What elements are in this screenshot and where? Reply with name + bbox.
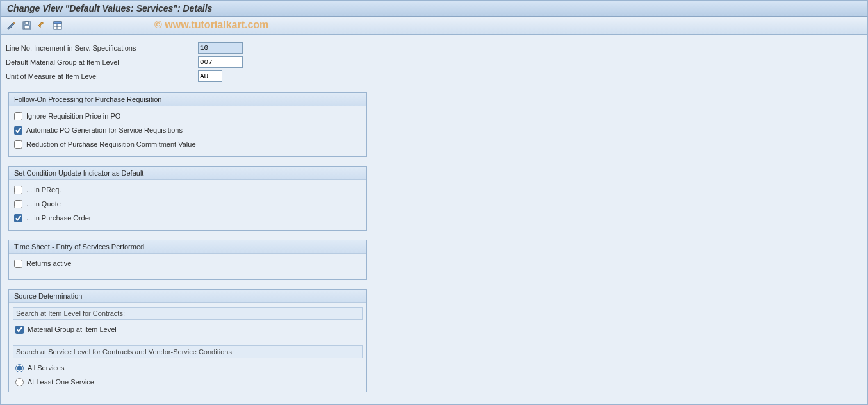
label-auto-po: Automatic PO Generation for Service Requ… bbox=[26, 126, 183, 134]
back-icon[interactable] bbox=[37, 20, 48, 31]
window-title-bar: Change View "Default Values: Services": … bbox=[0, 0, 868, 17]
checkbox-in-quote[interactable] bbox=[14, 200, 22, 208]
save-icon[interactable] bbox=[21, 20, 33, 31]
chk-row-matgroup-item: Material Group at Item Level bbox=[15, 322, 360, 336]
svg-rect-5 bbox=[54, 22, 61, 24]
checkbox-in-po[interactable] bbox=[14, 214, 22, 222]
group-title-time-sheet: Time Sheet - Entry of Services Performed bbox=[9, 240, 366, 254]
label-at-least-one: At Least One Service bbox=[28, 378, 94, 386]
input-uom[interactable] bbox=[198, 70, 222, 82]
label-in-preq: ... in PReq. bbox=[26, 186, 61, 194]
chk-row-ignore-price: Ignore Requisition Price in PO bbox=[14, 109, 361, 123]
chk-row-in-preq: ... in PReq. bbox=[14, 183, 361, 197]
label-reduce-commitment: Reduction of Purchase Requisition Commit… bbox=[26, 140, 196, 148]
group-title-follow-on: Follow-On Processing for Purchase Requis… bbox=[9, 93, 366, 106]
field-row-uom: Unit of Measure at Item Level bbox=[1, 69, 867, 83]
chk-row-in-quote: ... in Quote bbox=[14, 197, 361, 211]
svg-rect-3 bbox=[28, 22, 29, 24]
radio-row-at-least-one: At Least One Service bbox=[15, 375, 360, 389]
checkbox-ignore-req-price[interactable] bbox=[14, 112, 22, 120]
subheader-item-level: Search at Item Level for Contracts: bbox=[13, 307, 363, 320]
label-ignore-req-price: Ignore Requisition Price in PO bbox=[26, 112, 120, 120]
chk-row-auto-po: Automatic PO Generation for Service Requ… bbox=[14, 123, 361, 137]
work-area: Line No. Increment in Serv. Specificatio… bbox=[0, 35, 868, 405]
checkbox-in-preq[interactable] bbox=[14, 186, 22, 194]
input-line-no[interactable] bbox=[198, 42, 243, 54]
label-line-no: Line No. Increment in Serv. Specificatio… bbox=[6, 44, 198, 52]
radio-all-services[interactable] bbox=[15, 364, 24, 372]
group-time-sheet: Time Sheet - Entry of Services Performed… bbox=[8, 240, 367, 280]
label-matgroup-item: Material Group at Item Level bbox=[28, 326, 117, 333]
group-cond-update: Set Condition Update Indicator as Defaul… bbox=[8, 166, 367, 231]
radio-at-least-one[interactable] bbox=[15, 378, 24, 386]
checkbox-reduce-commitment[interactable] bbox=[14, 140, 22, 149]
chk-row-reduce-commitment: Reduction of Purchase Requisition Commit… bbox=[14, 137, 361, 151]
layout-settings-icon[interactable] bbox=[52, 20, 63, 31]
field-row-mat-group: Default Material Group at Item Level bbox=[1, 55, 867, 69]
toggle-display-change-icon[interactable] bbox=[6, 20, 17, 31]
svg-rect-2 bbox=[24, 26, 29, 29]
radio-row-all-services: All Services bbox=[15, 361, 360, 375]
checkbox-returns-active[interactable] bbox=[14, 260, 22, 268]
watermark-text: © www.tutorialkart.com bbox=[154, 19, 268, 31]
input-mat-group[interactable] bbox=[198, 56, 243, 68]
field-row-line-no: Line No. Increment in Serv. Specificatio… bbox=[1, 41, 867, 55]
page-title: Change View "Default Values: Services": … bbox=[7, 3, 212, 13]
label-in-quote: ... in Quote bbox=[26, 200, 61, 208]
application-toolbar: © www.tutorialkart.com bbox=[0, 17, 868, 35]
group-follow-on: Follow-On Processing for Purchase Requis… bbox=[8, 92, 367, 157]
label-in-po: ... in Purchase Order bbox=[26, 214, 92, 222]
checkbox-auto-po[interactable] bbox=[14, 126, 22, 135]
divider-line bbox=[17, 272, 106, 274]
chk-row-in-po: ... in Purchase Order bbox=[14, 211, 361, 225]
label-uom: Unit of Measure at Item Level bbox=[6, 72, 198, 80]
checkbox-matgroup-item[interactable] bbox=[15, 326, 24, 334]
label-all-services: All Services bbox=[28, 364, 64, 372]
group-title-source-det: Source Determination bbox=[9, 290, 366, 303]
label-mat-group: Default Material Group at Item Level bbox=[6, 58, 198, 66]
label-returns-active: Returns active bbox=[26, 260, 71, 267]
group-source-det: Source Determination Search at Item Leve… bbox=[8, 289, 367, 392]
chk-row-returns-active: Returns active bbox=[14, 256, 361, 270]
group-title-cond-update: Set Condition Update Indicator as Defaul… bbox=[9, 167, 366, 180]
subheader-service-level: Search at Service Level for Contracts an… bbox=[13, 345, 363, 358]
